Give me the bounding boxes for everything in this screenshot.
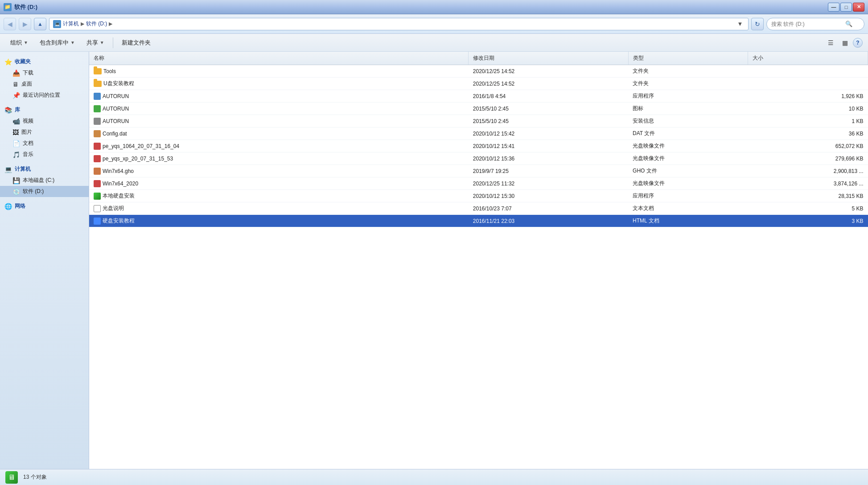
file-name-cell[interactable]: 本地硬盘安装 [89, 190, 469, 202]
status-app-icon: 🖥 [5, 471, 18, 484]
network-icon: 🌐 [4, 203, 12, 210]
file-name: Tools [103, 68, 116, 74]
sidebar-item-c-drive[interactable]: 💾 本地磁盘 (C:) [0, 175, 89, 186]
maximize-button[interactable]: □ [840, 3, 852, 12]
file-name-cell[interactable]: Tools [89, 65, 469, 78]
file-size: 1 KB [748, 115, 868, 127]
view-change-button[interactable]: ☰ [824, 37, 837, 49]
table-row[interactable]: AUTORUN 2015/5/10 2:45 图标 10 KB [89, 103, 868, 115]
title-bar: 📁 软件 (D:) — □ ✕ [0, 0, 868, 14]
table-row[interactable]: Config.dat 2020/10/12 15:42 DAT 文件 36 KB [89, 127, 868, 140]
title-bar-left: 📁 软件 (D:) [4, 3, 37, 11]
column-name[interactable]: 名称 [89, 52, 469, 65]
file-date: 2016/1/8 4:54 [469, 90, 628, 103]
sidebar-item-downloads[interactable]: 📥 下载 [0, 67, 89, 78]
network-header[interactable]: 🌐 网络 [0, 201, 89, 212]
new-folder-button[interactable]: 新建文件夹 [117, 36, 156, 49]
include-library-label: 包含到库中 [40, 39, 69, 47]
file-size: 279,696 KB [748, 152, 868, 165]
view-list-button[interactable]: ▦ [839, 37, 851, 49]
column-size[interactable]: 大小 [748, 52, 868, 65]
search-input[interactable] [771, 21, 843, 27]
favorites-icon: ⭐ [4, 58, 12, 66]
file-name-cell[interactable]: Win7x64_2020 [89, 177, 469, 190]
desktop-icon: 🖥 [12, 81, 19, 88]
column-type[interactable]: 类型 [628, 52, 748, 65]
minimize-button[interactable]: — [828, 3, 839, 12]
table-row[interactable]: U盘安装教程 2020/12/25 14:52 文件夹 [89, 78, 868, 90]
table-row[interactable]: Tools 2020/12/25 14:52 文件夹 [89, 65, 868, 78]
file-name-cell[interactable]: pe_yqs_xp_20_07_31_15_53 [89, 152, 469, 165]
file-name-cell[interactable]: AUTORUN [89, 103, 469, 115]
c-drive-label: 本地磁盘 (C:) [23, 177, 54, 184]
file-name-cell[interactable]: AUTORUN [89, 115, 469, 127]
search-box[interactable]: 🔍 [766, 18, 864, 30]
refresh-button[interactable]: ↻ [751, 18, 764, 30]
table-row[interactable]: AUTORUN 2016/1/8 4:54 应用程序 1,926 KB [89, 90, 868, 103]
table-row[interactable]: pe_yqs_xp_20_07_31_15_53 2020/10/12 15:3… [89, 152, 868, 165]
file-name-cell[interactable]: U盘安装教程 [89, 78, 469, 90]
sidebar-item-documents[interactable]: 📄 文档 [0, 138, 89, 149]
path-drive[interactable]: 软件 (D:) [86, 20, 107, 28]
file-name-cell[interactable]: pe_yqs_1064_20_07_31_16_04 [89, 140, 469, 152]
documents-label: 文档 [23, 140, 33, 147]
table-row[interactable]: 光盘说明 2016/10/23 7:07 文本文档 5 KB [89, 202, 868, 215]
table-row[interactable]: 本地硬盘安装 2020/10/12 15:30 应用程序 28,315 KB [89, 190, 868, 202]
new-folder-label: 新建文件夹 [122, 39, 151, 47]
share-dropdown-arrow: ▼ [100, 40, 104, 45]
network-section: 🌐 网络 [0, 201, 89, 212]
table-row[interactable]: 硬盘安装教程 2016/11/21 22:03 HTML 文档 3 KB [89, 215, 868, 227]
file-name-cell[interactable]: Config.dat [89, 127, 469, 140]
file-name-cell[interactable]: 光盘说明 [89, 202, 469, 215]
include-library-button[interactable]: 包含到库中 ▼ [35, 36, 80, 49]
share-button[interactable]: 共享 ▼ [82, 36, 109, 49]
path-dropdown-button[interactable]: ▼ [736, 20, 745, 29]
music-label: 音乐 [23, 151, 33, 158]
file-type: 文件夹 [628, 78, 748, 90]
pictures-icon: 🖼 [12, 129, 19, 136]
file-name-cell[interactable]: 硬盘安装教程 [89, 215, 469, 227]
file-name-cell[interactable]: AUTORUN [89, 90, 469, 103]
table-row[interactable]: Win7x64.gho 2019/9/7 19:25 GHO 文件 2,900,… [89, 165, 868, 177]
up-button[interactable]: ▲ [34, 18, 46, 30]
d-drive-icon: 💿 [12, 188, 20, 195]
computer-header[interactable]: 💻 计算机 [0, 164, 89, 175]
sidebar-item-pictures[interactable]: 🖼 图片 [0, 127, 89, 138]
column-date[interactable]: 修改日期 [469, 52, 628, 65]
table-row[interactable]: pe_yqs_1064_20_07_31_16_04 2020/10/12 15… [89, 140, 868, 152]
back-button[interactable]: ◀ [4, 18, 16, 30]
desktop-label: 桌面 [21, 80, 32, 88]
downloads-icon: 📥 [12, 70, 20, 77]
sidebar-item-d-drive[interactable]: 💿 软件 (D:) [0, 186, 89, 197]
file-date: 2020/10/12 15:41 [469, 140, 628, 152]
file-type: 光盘映像文件 [628, 140, 748, 152]
table-row[interactable]: Win7x64_2020 2020/12/25 11:32 光盘映像文件 3,8… [89, 177, 868, 190]
file-area[interactable]: 名称 修改日期 类型 大小 Tools [89, 52, 868, 469]
sidebar-item-desktop[interactable]: 🖥 桌面 [0, 78, 89, 90]
address-path[interactable]: 💻 计算机 ▶ 软件 (D:) ▶ ▼ [49, 18, 749, 30]
d-drive-label: 软件 (D:) [23, 188, 44, 195]
downloads-label: 下载 [23, 69, 33, 77]
file-name: 光盘说明 [103, 205, 124, 212]
forward-button[interactable]: ▶ [19, 18, 31, 30]
file-size: 1,926 KB [748, 90, 868, 103]
help-button[interactable]: ? [853, 38, 863, 48]
file-size: 3 KB [748, 215, 868, 227]
organize-dropdown-arrow: ▼ [24, 40, 28, 45]
toolbar: 组织 ▼ 包含到库中 ▼ 共享 ▼ 新建文件夹 ☰ ▦ ? [0, 34, 868, 52]
library-header[interactable]: 📚 库 [0, 104, 89, 115]
file-type: 应用程序 [628, 190, 748, 202]
sidebar-item-music[interactable]: 🎵 音乐 [0, 149, 89, 160]
favorites-header[interactable]: ⭐ 收藏夹 [0, 56, 89, 67]
organize-button[interactable]: 组织 ▼ [5, 36, 33, 49]
file-name-cell[interactable]: Win7x64.gho [89, 165, 469, 177]
file-name: AUTORUN [103, 93, 129, 99]
sidebar-item-video[interactable]: 📹 视频 [0, 115, 89, 127]
file-date: 2020/10/12 15:36 [469, 152, 628, 165]
sidebar-item-recent[interactable]: 📌 最近访问的位置 [0, 90, 89, 101]
file-name: Config.dat [103, 131, 127, 137]
path-computer[interactable]: 计算机 [63, 20, 79, 28]
close-button[interactable]: ✕ [853, 3, 864, 12]
file-size: 652,072 KB [748, 140, 868, 152]
table-row[interactable]: AUTORUN 2015/5/10 2:45 安装信息 1 KB [89, 115, 868, 127]
